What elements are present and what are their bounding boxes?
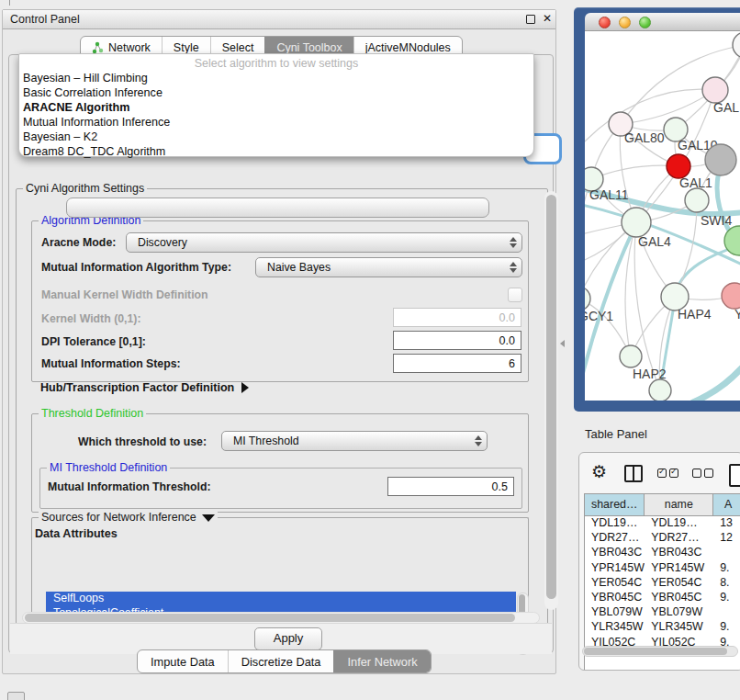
cyni-algorithm-settings-title: Cyni Algorithm Settings: [23, 182, 147, 195]
table-cell: YDR27…: [585, 531, 645, 546]
table-cell: 9.: [713, 561, 740, 576]
tab-label: Select: [222, 41, 254, 54]
column-header-shared[interactable]: shared…: [585, 494, 645, 515]
table-cell: YBL079W: [645, 605, 713, 620]
tab-label: Network: [108, 41, 151, 54]
mi-steps-field[interactable]: 6: [393, 354, 521, 373]
control-panel-window: Control Panel ✕ NetworkStyleSelectCyni T…: [2, 9, 556, 674]
settings-vertical-scrollbar[interactable]: [544, 191, 558, 610]
table-row[interactable]: YBR045CYBR045C9.: [585, 591, 740, 605]
split-panel-icon[interactable]: [624, 465, 643, 482]
table-row[interactable]: YBR043CYBR043C: [585, 546, 740, 560]
algorithm-option[interactable]: Basic Correlation Inference: [19, 85, 533, 100]
minimized-panel-icon[interactable]: [7, 692, 25, 700]
table-row[interactable]: YBL079WYBL079W: [585, 605, 740, 620]
network-node-gray[interactable]: [705, 144, 736, 175]
minimize-traffic-light-icon[interactable]: [619, 17, 631, 28]
algorithm-option[interactable]: Bayesian – K2: [19, 130, 533, 144]
data-attributes-label: Data Attributes: [35, 527, 118, 540]
mi-algorithm-type-combo[interactable]: Naive Bayes: [255, 257, 522, 277]
tab-infer-network[interactable]: Infer Network: [333, 650, 430, 672]
zoom-traffic-light-icon[interactable]: [639, 17, 651, 28]
control-panel-titlebar: Control Panel ✕: [3, 10, 555, 29]
network-node-gal4[interactable]: [622, 208, 651, 237]
network-node-label: GAL: [713, 100, 739, 115]
table-cell: YDR27…: [645, 531, 713, 546]
close-traffic-light-icon[interactable]: [599, 17, 611, 28]
mi-algorithm-type-value: Naive Bayes: [267, 261, 331, 274]
which-threshold-label: Which threshold to use:: [78, 435, 207, 448]
data-attribute-item[interactable]: SelfLoops: [46, 592, 516, 606]
table-row[interactable]: YDR27…YDR27…12: [585, 531, 740, 546]
network-edge: [693, 355, 740, 401]
network-node-label: GCY1: [585, 309, 613, 323]
table-cell: YLR345W: [585, 620, 645, 635]
close-icon[interactable]: ✕: [543, 12, 552, 25]
network-node-hap2[interactable]: [620, 345, 642, 367]
hub-definition-toggle[interactable]: Hub/Transcription Factor Definition: [40, 381, 249, 394]
threshold-definition-title: Threshold Definition: [39, 407, 146, 420]
dpi-tolerance-label: DPI Tolerance [0,1]:: [41, 335, 146, 348]
network-node-swi4[interactable]: [685, 188, 709, 212]
network-node-pinky[interactable]: [722, 283, 740, 309]
mi-steps-label: Mutual Information Steps:: [41, 357, 181, 370]
table-cell: 8.: [713, 576, 740, 591]
network-node-label: SWI4: [701, 213, 732, 228]
network-graph: GALGAL80GAL10GAL1GAL11SWI4GAL4YHAP4GCY1H…: [585, 31, 740, 401]
column-header-name[interactable]: name: [645, 494, 713, 515]
mi-threshold-group: MI Threshold Definition Mutual Informati…: [39, 468, 522, 509]
table-row[interactable]: YPR145WYPR145W9.: [585, 561, 740, 576]
table-horizontal-scrollbar[interactable]: [582, 646, 738, 657]
table-cell: YER054C: [585, 576, 645, 591]
mi-threshold-title: MI Threshold Definition: [47, 461, 170, 474]
network-canvas[interactable]: GALGAL80GAL10GAL1GAL11SWI4GAL4YHAP4GCY1H…: [585, 31, 740, 401]
table-cell: YBL079W: [585, 605, 645, 620]
collapsed-arrow-icon: [241, 382, 249, 393]
network-tab-icon: [92, 41, 104, 54]
import-table-icon[interactable]: [729, 464, 740, 487]
table-cell: YPR145W: [585, 561, 645, 576]
table-row[interactable]: YLR345WYLR345W9.: [585, 620, 740, 635]
apply-button[interactable]: Apply: [254, 627, 322, 650]
network-node-bottom[interactable]: [649, 379, 671, 401]
network-node-pink_top[interactable]: [702, 77, 728, 103]
which-threshold-combo[interactable]: MI Threshold: [221, 431, 488, 451]
panel-splitter-handle[interactable]: [560, 340, 565, 347]
column-header-a[interactable]: A: [713, 494, 740, 515]
tab-impute-data[interactable]: Impute Data: [138, 650, 228, 672]
aracne-mode-combo[interactable]: Discovery: [126, 232, 522, 253]
deselect-all-columns-icon[interactable]: [692, 469, 713, 478]
tab-discretize-data[interactable]: Discretize Data: [228, 650, 334, 672]
select-all-columns-icon[interactable]: [657, 469, 678, 478]
table-cell: YDL19…: [645, 516, 713, 531]
aracne-mode-label: Aracne Mode:: [41, 236, 116, 249]
algorithm-option[interactable]: Bayesian – Hill Climbing: [19, 71, 533, 85]
bottom-tabstrip: Impute DataDiscretize DataInfer Network: [137, 649, 432, 673]
table-cell: YBR043C: [645, 546, 713, 560]
mi-threshold-field[interactable]: 0.5: [387, 477, 514, 496]
sources-toggle[interactable]: Sources for Network Inference: [39, 511, 218, 524]
table-cell: [713, 605, 740, 620]
network-node-gcy1[interactable]: [585, 287, 590, 310]
float-window-icon[interactable]: [526, 15, 535, 24]
kernel-width-field[interactable]: 0.0: [393, 308, 521, 327]
table-row[interactable]: YDL19…YDL19…13: [585, 516, 740, 531]
tab-label: Cyni Toolbox: [276, 41, 342, 54]
hub-definition-label: Hub/Transcription Factor Definition: [40, 381, 234, 394]
network-window-titlebar[interactable]: [585, 13, 740, 31]
dpi-tolerance-field[interactable]: 0.0: [393, 331, 521, 350]
table-cell: 12: [713, 531, 740, 546]
sources-title: Sources for Network Inference: [41, 511, 196, 524]
table-row[interactable]: YER054CYER054C8.: [585, 576, 740, 591]
gear-icon[interactable]: ⚙: [591, 461, 607, 481]
manual-kernel-width-checkbox[interactable]: [508, 288, 522, 302]
table-cell: 13: [713, 516, 740, 531]
combo-arrows-icon: [473, 434, 483, 448]
algorithm-popup: Select algorithm to view settings Bayesi…: [18, 53, 534, 157]
algorithm-option[interactable]: Dream8 DC_TDC Algorithm: [19, 144, 533, 159]
network-selector-combo-fragment[interactable]: [66, 198, 489, 218]
network-node-topright[interactable]: [733, 32, 740, 58]
control-panel-title: Control Panel: [10, 13, 80, 26]
algorithm-option[interactable]: Mutual Information Inference: [19, 115, 533, 130]
algorithm-option[interactable]: ARACNE Algorithm: [19, 100, 533, 115]
